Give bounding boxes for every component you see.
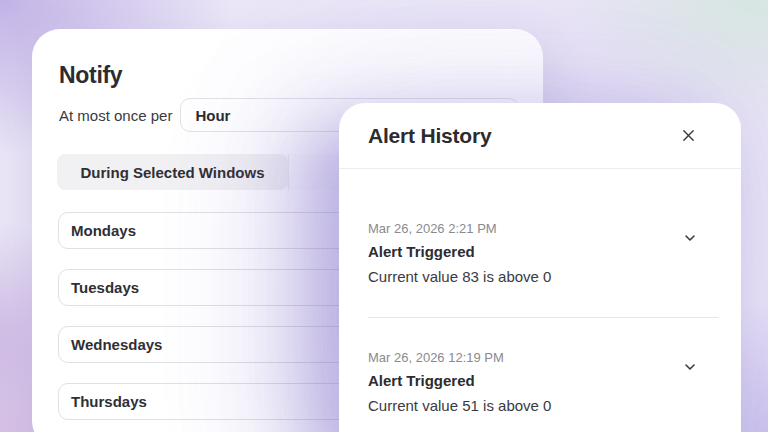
expand-entry-button[interactable] — [681, 229, 699, 247]
tab-during-selected-windows[interactable]: During Selected Windows — [57, 154, 288, 190]
alert-history-panel: Alert History Mar 26, 2026 2:21 PM Alert… — [339, 103, 741, 432]
tab-label: During Selected Windows — [80, 164, 264, 181]
day-label: Thursdays — [71, 393, 147, 410]
x-icon — [681, 128, 696, 143]
frequency-label: At most once per — [59, 107, 172, 124]
alert-history-entry[interactable]: Mar 26, 2026 12:19 PM Alert Triggered Cu… — [339, 318, 741, 432]
day-label: Tuesdays — [71, 279, 139, 296]
entry-timestamp: Mar 26, 2026 2:21 PM — [368, 219, 681, 239]
day-label: Mondays — [71, 222, 136, 239]
chevron-down-icon — [683, 360, 697, 374]
entry-title: Alert Triggered — [368, 368, 681, 393]
frequency-select-value: Hour — [195, 107, 230, 124]
entry-description: Current value 51 is above 0 — [368, 393, 681, 418]
entry-title: Alert Triggered — [368, 239, 681, 264]
alert-history-entry[interactable]: Mar 26, 2026 2:21 PM Alert Triggered Cur… — [339, 189, 741, 317]
expand-entry-button[interactable] — [681, 358, 699, 376]
notify-card-title: Notify — [59, 62, 519, 89]
entry-description: Current value 83 is above 0 — [368, 264, 681, 289]
alert-history-list: Mar 26, 2026 2:21 PM Alert Triggered Cur… — [339, 169, 741, 432]
entry-timestamp: Mar 26, 2026 12:19 PM — [368, 348, 681, 368]
alert-history-header: Alert History — [339, 103, 741, 169]
alert-history-title: Alert History — [368, 124, 491, 148]
close-button[interactable] — [677, 125, 699, 147]
day-label: Wednesdays — [71, 336, 162, 353]
chevron-down-icon — [683, 231, 697, 245]
